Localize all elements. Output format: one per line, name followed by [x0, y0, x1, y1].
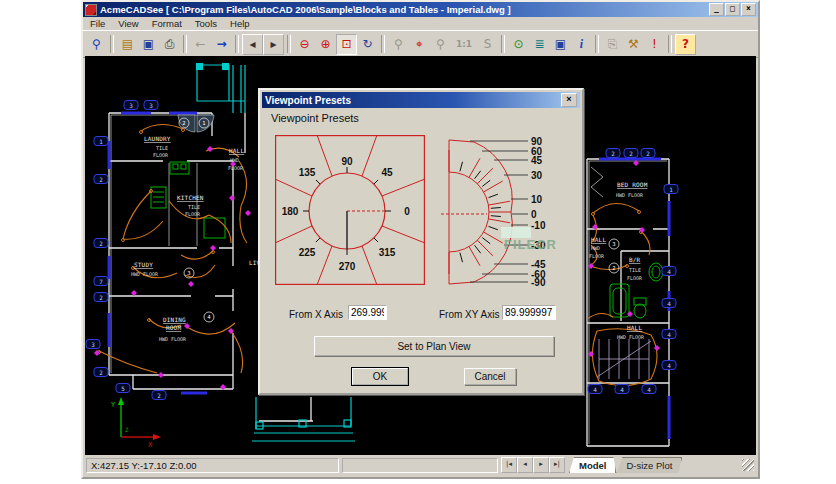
dialog-close-icon[interactable]: ×	[561, 93, 577, 107]
view-eye-icon[interactable]: ⊙	[508, 34, 529, 55]
svg-text:BED ROOM: BED ROOM	[617, 181, 648, 188]
coordinate-readout: X:427.15 Y:-17.10 Z:0.00	[86, 458, 339, 473]
copy-icon[interactable]: ⎘	[602, 34, 623, 55]
next-sheet-button[interactable]: ▸	[533, 457, 549, 473]
svg-text:4: 4	[667, 268, 671, 275]
watermark: FILECR	[504, 237, 557, 252]
svg-text:HWD FLOOR: HWD FLOOR	[617, 334, 645, 340]
menu-bar: File View Format Tools Help	[83, 17, 758, 30]
tools-hammer-icon[interactable]: ⚒	[623, 34, 644, 55]
svg-text:315: 315	[379, 247, 396, 258]
svg-text:HWD FLOOR: HWD FLOOR	[616, 192, 644, 198]
svg-text:4: 4	[593, 386, 597, 393]
svg-text:LAUNDRY: LAUNDRY	[144, 135, 171, 142]
app-icon	[85, 4, 97, 16]
open-folder-icon[interactable]: ▤	[117, 34, 138, 55]
svg-text:X: X	[148, 441, 153, 449]
svg-text:HWD FLOOR: HWD FLOOR	[131, 271, 159, 277]
svg-text:5: 5	[121, 385, 125, 392]
zoom-center-icon[interactable]: ⌖	[409, 34, 430, 55]
menu-view[interactable]: View	[118, 18, 138, 29]
menu-tools[interactable]: Tools	[195, 18, 217, 29]
forward-icon[interactable]: →	[211, 34, 232, 55]
svg-text:45: 45	[381, 167, 393, 178]
prev-page-icon[interactable]: ◂	[242, 34, 263, 55]
svg-text:KITCHEN: KITCHEN	[177, 194, 204, 201]
first-sheet-button[interactable]: |◂	[501, 457, 517, 473]
svg-text:4: 4	[207, 314, 211, 320]
resize-grip[interactable]	[742, 459, 754, 471]
x-axis-angle-gauge[interactable]: 90 45 0 315 270 225 180 135	[275, 135, 425, 285]
svg-text:2: 2	[629, 150, 633, 157]
svg-text:TILE: TILE	[188, 204, 200, 210]
menu-help[interactable]: Help	[230, 18, 250, 29]
zoom-out-icon[interactable]: ⊖	[294, 34, 315, 55]
close-button[interactable]: ×	[741, 3, 756, 16]
svg-text:-10: -10	[531, 220, 546, 231]
print-icon[interactable]: ⎙	[159, 34, 180, 55]
from-x-axis-label: From X Axis	[289, 309, 343, 320]
actual-size-icon[interactable]: 1:1	[451, 34, 477, 55]
title-bar[interactable]: AcmeCADSee [ C:\Program Files\AutoCAD 20…	[83, 2, 758, 17]
full-screen-icon[interactable]: ▣	[550, 34, 571, 55]
stop-icon[interactable]: S	[477, 34, 498, 55]
svg-text:4: 4	[667, 362, 671, 369]
toolbar-separator	[110, 35, 114, 53]
svg-text:FLOOR: FLOOR	[589, 253, 605, 259]
prev-sheet-button[interactable]: ◂	[517, 457, 533, 473]
next-page-icon[interactable]: ▸	[263, 34, 284, 55]
svg-text:30: 30	[531, 170, 543, 181]
from-xy-axis-label: From XY Axis	[439, 309, 499, 320]
status-bar: X:427.15 Y:-17.10 Z:0.00 |◂ ◂ ▸ ▸| Model…	[85, 456, 756, 474]
ucs-icon: Y X Z	[111, 397, 161, 449]
svg-text:FLOOR: FLOOR	[627, 275, 643, 281]
from-xy-axis-input[interactable]	[502, 305, 556, 320]
menu-format[interactable]: Format	[152, 18, 182, 29]
maximize-button[interactable]: □	[725, 3, 740, 16]
svg-text:HWD FLOOR: HWD FLOOR	[159, 336, 187, 342]
set-to-plan-view-button[interactable]: Set to Plan View	[314, 336, 554, 356]
last-sheet-button[interactable]: ▸|	[549, 457, 565, 473]
save-icon[interactable]: ▣	[138, 34, 159, 55]
svg-text:STUDY: STUDY	[134, 261, 153, 268]
svg-text:2: 2	[646, 150, 650, 157]
svg-text:2: 2	[99, 294, 103, 301]
svg-text:-90: -90	[531, 277, 546, 288]
tab-d-size-plot[interactable]: D-size Plot	[616, 457, 682, 473]
svg-text:HWD: HWD	[591, 245, 600, 251]
zoom-window-icon[interactable]: ⊡	[336, 34, 357, 55]
preview-icon[interactable]: ⚲	[86, 34, 107, 55]
svg-text:HALL: HALL	[627, 324, 642, 331]
help-icon[interactable]: ?	[675, 34, 696, 55]
zoom-extents-icon[interactable]: ⚲	[388, 34, 409, 55]
svg-text:4: 4	[647, 386, 651, 393]
info-icon[interactable]: i	[571, 34, 592, 55]
ok-button[interactable]: OK	[352, 368, 408, 385]
svg-text:135: 135	[299, 167, 316, 178]
svg-text:1: 1	[202, 120, 205, 126]
svg-text:2: 2	[157, 392, 161, 399]
minimize-button[interactable]: _	[709, 3, 724, 16]
cancel-button[interactable]: Cancel	[464, 368, 516, 385]
tab-model[interactable]: Model	[569, 457, 616, 473]
zoom-scale-icon[interactable]: ⚲	[430, 34, 451, 55]
back-icon[interactable]: ←	[190, 34, 211, 55]
menu-file[interactable]: File	[90, 18, 105, 29]
tool-bar: ⚲ ▤ ▣ ⎙ ← → ◂ ▸ ⊖ ⊕ ⊡ ↻ ⚲ ⌖ ⚲ 1:1 S ⊙ ≣ …	[83, 30, 758, 58]
dialog-title: Viewpoint Presets	[265, 95, 561, 106]
svg-text:HALL: HALL	[591, 236, 606, 243]
svg-text:2: 2	[611, 150, 615, 157]
orbit-icon[interactable]: ↻	[357, 34, 378, 55]
dialog-title-bar[interactable]: Viewpoint Presets ×	[262, 92, 580, 108]
svg-text:2: 2	[99, 369, 103, 376]
toolbar-separator	[668, 35, 672, 53]
svg-text:3: 3	[129, 102, 133, 109]
toolbar-separator	[287, 35, 291, 53]
svg-text:3: 3	[91, 341, 95, 348]
xy-plane-angle-gauge[interactable]: 90 60 45 30 10 0 -10 -30 -45 -60 -90	[430, 130, 580, 290]
markup-icon[interactable]: !	[644, 34, 665, 55]
zoom-in-icon[interactable]: ⊕	[315, 34, 336, 55]
svg-text:Y: Y	[111, 401, 116, 409]
from-x-axis-input[interactable]	[348, 305, 387, 320]
layers-icon[interactable]: ≣	[529, 34, 550, 55]
